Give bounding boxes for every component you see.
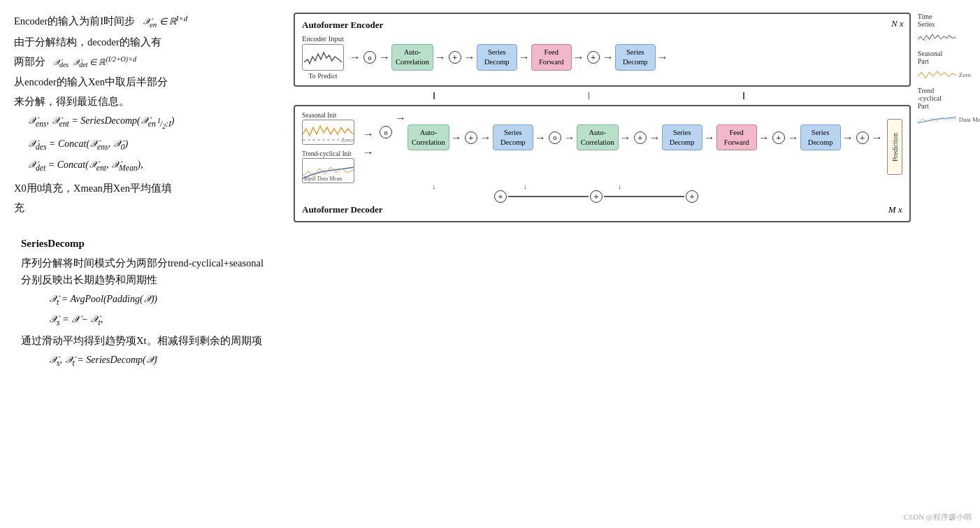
block-series-decomp-2: SeriesDecomp [615,44,656,70]
plus-bot-3: + [686,190,698,203]
zero-label: Zero [341,136,352,143]
decoder-bottom-plus-row: + + + [362,190,902,203]
arrow-6: → [573,51,584,64]
watermark: CSDN @程序媛小哨 [904,512,972,522]
plus-bot-1: + [494,190,507,203]
block-auto-corr-3: Auto-Correlation [577,124,619,150]
text-line6: X0用0填充，Xmean用Xen平均值填 [14,180,287,197]
plus-3: + [465,131,477,144]
encoder-nx: N x [891,18,904,29]
math-block-1: 𝒳ens, 𝒳ent = SeriesDecomp(𝒳en I/2:I) [28,113,287,132]
trend-init-item: Trend-cyclical Init Input Data Mean [302,150,354,183]
text-line3: 两部分 𝒳des 𝒳det ∈ ℝ(I/2+O)×d [14,54,287,71]
bottom-line3: 通过滑动平均得到趋势项Xt。相减得到剩余的周期项 [21,332,959,350]
arrow-2: → [379,51,390,64]
legend-timeseries-svg [918,30,956,45]
block-series-decomp-3: SeriesDecomp [493,124,533,150]
bottom-section: SeriesDecomp 序列分解将时间模式分为两部分trend-cyclica… [14,235,966,372]
encoder-row: Encoder Input To Predict → o → Auto-Corr [302,35,902,80]
bottom-line1: 序列分解将时间模式分为两部分trend-cyclical+seasonal [21,255,959,272]
arr-d1: → [363,128,374,141]
decoder-arrow-col: → → [361,112,375,175]
bottom-math3: 𝒳s, 𝒳t = SeriesDecomp(𝒳) [49,352,959,371]
circle-o-1: o [363,51,376,64]
encoder-waveform [302,44,344,71]
text-line2: 由于分解结构，decoder的输入有 [14,34,287,51]
left-text-panel: Encoder的输入为前I时间步 𝒳en ∈ ℝI×d 由于分解结构，decod… [14,13,287,222]
legend-timeseries-label: TimeSeries [918,13,980,28]
text-line1: Encoder的输入为前I时间步 𝒳en ∈ ℝI×d [14,13,287,31]
block-series-decomp-1: SeriesDecomp [477,44,517,70]
decoder-section: Seasonal Init Zero [294,105,911,222]
legend-trend-svg [918,112,956,127]
decoder-mx: M x [888,204,902,215]
legend-seasonal-label: SeasonalPart [918,50,980,65]
circle-o-2: o [380,126,392,138]
encoder-title: Autoformer Encoder [302,20,902,31]
math-block-3: 𝒳det = Concat(𝒳ent, 𝒳Mean), [28,157,287,175]
decoder-inputs: Seasonal Init Zero [302,112,354,183]
predict-label: To Predict [308,72,337,80]
arrow-3: → [435,51,446,64]
text-line5: 来分解，得到最近信息。 [14,94,287,110]
page-container: Encoder的输入为前I时间步 𝒳en ∈ ℝI×d 由于分解结构，decod… [0,0,980,528]
connector-row [294,92,911,99]
seasonal-init-item: Seasonal Init Zero [302,112,354,145]
bottom-math2: 𝒳s = 𝒳 − 𝒳t, [49,311,959,330]
bottom-math1: 𝒳t = AvgPool(Padding(𝒳)) [49,291,959,310]
arr-d2: → [363,146,374,159]
arr-d3: → [395,112,406,124]
block-auto-corr-1: Auto-Correlation [391,44,433,70]
diagram-area: Autoformer Encoder N x Encoder Input To … [294,13,911,222]
mean-right-label: Data Mean [959,116,980,123]
input-data-mean-label: Input Data Mean [304,176,342,182]
arrow-8: → [657,51,668,64]
block-feed-forward-1: FeedForward [531,44,572,70]
arrow-5: → [519,51,530,64]
block-series-decomp-5: SeriesDecomp [800,124,841,150]
bottom-line2: 分别反映出长期趋势和周期性 [21,271,959,289]
v-line-1 [433,92,435,99]
v-line-2 [589,92,590,99]
arrow-4: → [464,51,475,64]
prediction-box: Prediction [887,119,902,175]
encoder-input-box: Encoder Input To Predict [302,35,344,80]
right-legend: TimeSeries SeasonalPart Zero Trend-cycli… [918,13,980,222]
decoder-blocks-row: Auto-Correlation → + → SeriesDecomp → o … [408,124,884,150]
seasonal-wave: Zero [302,120,354,145]
hline-2 [604,196,684,197]
trend-wave: Input Data Mean [302,158,354,183]
zero-right-label: Zero [959,71,971,78]
text-line4: 从encoder的输入Xen中取后半部分 [14,74,287,91]
trend-label: Trend-cyclical Init [302,150,352,157]
plus-2: + [587,51,600,64]
math-inline-1: 𝒳en ∈ ℝI×d [143,16,187,27]
arrow-1: → [350,51,361,64]
plus-5: + [772,131,785,144]
legend-seasonal-svg [918,67,956,83]
top-section: Encoder的输入为前I时间步 𝒳en ∈ ℝI×d 由于分解结构，decod… [14,13,966,222]
bottom-title: SeriesDecomp [21,235,959,253]
legend-trend-label: Trend-cyclicalPart [918,87,980,110]
block-feed-forward-2: FeedForward [716,124,757,150]
decoder-footer: Autoformer Decoder M x [302,204,902,215]
encoder-input-label: Encoder Input [302,35,344,43]
arrow-7: → [603,51,614,64]
hline-1 [508,196,589,197]
encoder-waveform-svg [304,47,342,68]
v-line-3 [743,92,744,99]
math-block-2: 𝒳des = Concat(𝒳ens, 𝒳0) [28,136,287,154]
text-line7: 充 [14,200,287,217]
plus-6: + [856,131,869,144]
block-auto-corr-2: Auto-Correlation [408,124,449,150]
plus-bot-2: + [590,190,603,203]
encoder-section: Autoformer Encoder N x Encoder Input To … [294,13,911,87]
plus-1: + [449,51,461,64]
plus-4: + [634,131,647,144]
seasonal-label: Seasonal Init [302,112,336,119]
decoder-down-arrows: ↓ ↓ ↓ [362,182,902,190]
decoder-title: Autoformer Decoder [302,204,383,215]
circle-o-3: o [549,131,561,144]
block-series-decomp-4: SeriesDecomp [662,124,702,150]
